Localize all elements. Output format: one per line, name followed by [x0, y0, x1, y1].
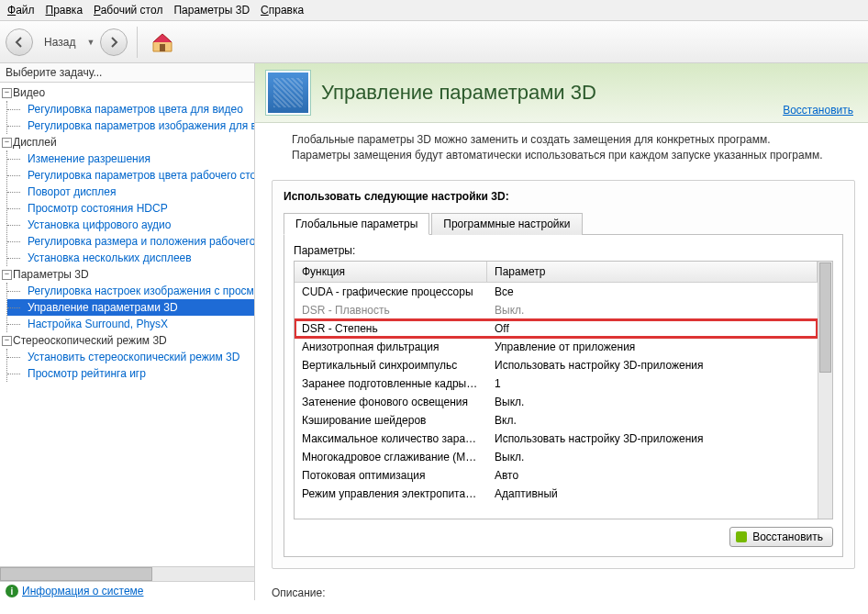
page-title: Управление параметрами 3D — [321, 81, 596, 105]
tree-item[interactable]: Установка нескольких дисплеев — [7, 250, 254, 266]
grid-row[interactable]: DSR - ПлавностьВыкл. — [295, 301, 818, 319]
description-label: Описание: — [272, 586, 851, 600]
grid-row[interactable]: DSR - СтепеньOff — [295, 319, 818, 338]
content-area: Управление параметрами 3D Восстановить Г… — [255, 63, 868, 600]
tree-category[interactable]: Видео — [0, 84, 254, 101]
forward-button[interactable] — [100, 28, 128, 56]
tree-item[interactable]: Изменение разрешения — [7, 151, 254, 167]
back-button[interactable] — [6, 28, 33, 56]
grid-row[interactable]: Многокадровое сглаживание (MFAA)Выкл. — [295, 448, 818, 466]
restore-defaults-link[interactable]: Восстановить — [783, 104, 853, 117]
grid-header: Функция Параметр — [295, 262, 818, 283]
back-label: Назад — [44, 36, 75, 49]
menu-bar[interactable]: Файл Правка Рабочий стол Параметры 3D Сп… — [0, 0, 868, 21]
grid-row[interactable]: Режим управления электропитаниемАдаптивн… — [295, 485, 818, 503]
info-icon: i — [6, 585, 18, 597]
dropdown-icon[interactable]: ▼ — [86, 38, 95, 47]
tree-item[interactable]: Регулировка параметров изображения для в… — [7, 117, 254, 134]
menu-help[interactable]: Справка — [261, 4, 304, 17]
menu-edit[interactable]: Правка — [46, 4, 83, 17]
tree-category[interactable]: Стереоскопический режим 3D — [0, 332, 254, 349]
tree-item[interactable]: Регулировка параметров цвета рабочего ст… — [7, 167, 254, 184]
task-header: Выберите задачу... — [0, 63, 254, 83]
description-block: Описание: Dynamic Super Resolution (DSR)… — [255, 582, 868, 600]
tree-item[interactable]: Просмотр состояния HDCP — [7, 200, 254, 217]
tree-item[interactable]: Управление параметрами 3D — [7, 299, 254, 316]
panel-title: Использовать следующие настройки 3D: — [284, 190, 843, 203]
tree-item[interactable]: Регулировка параметров цвета для видео — [7, 101, 254, 117]
grid-row[interactable]: Максимальное количество заранее под...Ис… — [295, 430, 818, 448]
intro-text: Глобальные параметры 3D можно заменить и… — [255, 123, 868, 173]
tree-h-scrollbar[interactable] — [0, 566, 254, 581]
tabs: Глобальные параметры Программные настрой… — [284, 212, 843, 235]
tree-item[interactable]: Поворот дисплея — [7, 184, 254, 200]
tree-item[interactable]: Регулировка настроек изображения с просм… — [7, 283, 254, 299]
grid-row[interactable]: Потоковая оптимизацияАвто — [295, 466, 818, 485]
system-info-link[interactable]: i Информация о системе — [0, 581, 254, 600]
tree-item[interactable]: Установить стереоскопический режим 3D — [7, 349, 254, 365]
tree-category[interactable]: Параметры 3D — [0, 266, 254, 283]
svg-rect-0 — [160, 44, 165, 51]
grid-row[interactable]: Вертикальный синхроимпульсИспользовать н… — [295, 356, 818, 374]
settings-grid[interactable]: Функция Параметр CUDA - графические проц… — [294, 261, 833, 519]
settings-panel: Использовать следующие настройки 3D: Гло… — [272, 180, 855, 569]
tree-category[interactable]: Дисплей — [0, 134, 254, 151]
sidebar: Выберите задачу... ВидеоРегулировка пара… — [0, 63, 255, 600]
grid-v-scrollbar[interactable] — [818, 262, 832, 519]
params-label: Параметры: — [294, 244, 833, 257]
toolbar: Назад ▼ — [0, 21, 868, 63]
menu-3d[interactable]: Параметры 3D — [173, 4, 250, 17]
tree-item[interactable]: Настройка Surround, PhysX — [7, 316, 254, 332]
banner-3d-icon — [266, 71, 310, 115]
tab-program[interactable]: Программные настройки — [431, 213, 582, 235]
grid-row[interactable]: Затенение фонового освещенияВыкл. — [295, 393, 818, 411]
menu-file[interactable]: Файл — [7, 4, 35, 17]
tree-item[interactable]: Просмотр рейтинга игр — [7, 365, 254, 382]
restore-button[interactable]: Восстановить — [729, 527, 833, 547]
page-banner: Управление параметрами 3D Восстановить — [255, 63, 868, 123]
tree-item[interactable]: Регулировка размера и положения рабочего… — [7, 233, 254, 250]
grid-row[interactable]: CUDA - графические процессорыВсе — [295, 283, 818, 301]
toolbar-separator — [137, 27, 138, 58]
home-button[interactable] — [147, 27, 178, 58]
grid-row[interactable]: Кэширование шейдеровВкл. — [295, 411, 818, 430]
task-tree[interactable]: ВидеоРегулировка параметров цвета для ви… — [0, 83, 254, 566]
tree-item[interactable]: Установка цифрового аудио — [7, 217, 254, 233]
tab-global[interactable]: Глобальные параметры — [284, 213, 429, 235]
grid-row[interactable]: Анизотропная фильтрацияУправление от при… — [295, 338, 818, 356]
grid-row[interactable]: Заранее подготовленные кадры вирту...1 — [295, 374, 818, 393]
menu-desktop[interactable]: Рабочий стол — [94, 4, 162, 17]
